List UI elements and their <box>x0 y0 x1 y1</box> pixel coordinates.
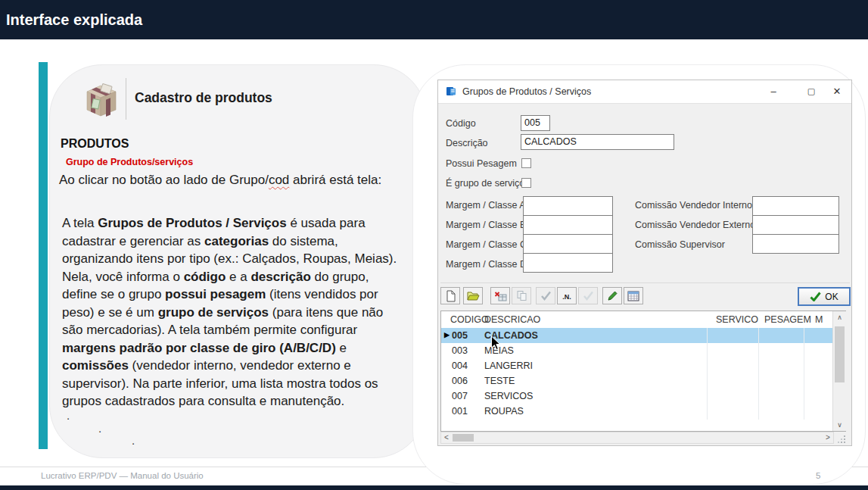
margem-c-input[interactable] <box>523 234 613 254</box>
column-separator <box>707 328 708 420</box>
new-record-button[interactable] <box>440 287 460 304</box>
ok-label: OK <box>825 292 838 302</box>
table-row[interactable]: 001ROUPAS <box>441 404 832 419</box>
package-icon <box>81 79 120 120</box>
table-row[interactable]: 004LANGERRI <box>441 358 832 373</box>
margem-d-input[interactable] <box>523 253 613 273</box>
possui-pesagem-label: Possui Pesagem <box>446 158 517 169</box>
column-separator <box>804 328 804 420</box>
edit-record-button[interactable] <box>602 287 622 304</box>
comissao-externo-input[interactable] <box>752 215 839 235</box>
grid-header-servico[interactable]: SERVICO <box>716 314 758 325</box>
close-button[interactable]: ✕ <box>826 80 848 102</box>
column-separator <box>758 328 759 420</box>
descricao-input[interactable]: CALCADOS <box>521 134 674 150</box>
revert-record-icon <box>583 291 594 301</box>
text-segment: margens padrão por classe de giro (A/B/C… <box>62 341 336 355</box>
card-title: Cadastro de produtos <box>135 90 272 106</box>
mouse-cursor-icon <box>490 336 502 354</box>
minimize-button[interactable]: – <box>762 80 785 102</box>
confirm-record-icon <box>540 291 552 301</box>
codigo-label: Código <box>446 118 476 129</box>
copy-record-button[interactable] <box>512 287 531 304</box>
revert-record-button[interactable] <box>578 287 598 304</box>
vertical-scrollbar[interactable]: ∧ ∨ <box>832 311 846 431</box>
margem-a-input[interactable] <box>523 196 613 216</box>
stray-dot: . <box>67 409 70 422</box>
comissao-externo-label: Comissão Vendedor Externo <box>635 220 755 230</box>
comissao-supervisor-label: Comissão Supervisor <box>635 239 725 250</box>
grid-header-margem-truncated[interactable]: M <box>815 314 823 325</box>
intro-paragraph: Ao clicar no botão ao lado de Grupo/cod … <box>59 171 398 189</box>
grid-header-descricao[interactable]: DESCRICAO <box>484 314 540 325</box>
svg-text:.N.: .N. <box>562 293 571 301</box>
cell-codigo: 004 <box>452 360 468 371</box>
stray-dot: . <box>98 422 101 435</box>
comissao-supervisor-input[interactable] <box>752 234 839 254</box>
cell-codigo: 006 <box>452 376 468 386</box>
groups-dialog-window: Grupos de Produtos / Serviços – ▢ ✕ Códi… <box>437 80 852 446</box>
grid-header-pesagem[interactable]: PESAGEM <box>764 314 811 325</box>
vertical-scroll-thumb[interactable] <box>835 326 845 382</box>
scroll-left-icon[interactable]: < <box>444 433 449 442</box>
delete-record-icon <box>494 291 507 301</box>
toolbar-divider <box>440 282 850 283</box>
descricao-label: Descrição <box>446 138 488 148</box>
text-segment: e <box>336 341 347 355</box>
app-icon <box>446 86 457 97</box>
codigo-input[interactable]: 005 <box>521 115 550 131</box>
ok-button[interactable]: OK <box>798 287 851 306</box>
check-icon <box>810 292 821 301</box>
page-number: 5 <box>816 471 820 480</box>
margem-d-label: Margem / Classe D <box>446 259 527 270</box>
open-record-icon <box>467 291 480 301</box>
confirm-record-button[interactable] <box>536 287 555 304</box>
resize-grip-icon[interactable] <box>836 433 847 442</box>
dialog-titlebar[interactable]: Grupos de Produtos / Serviços – ▢ ✕ <box>438 80 851 104</box>
grid-header-codigo[interactable]: CODIGO <box>450 314 489 325</box>
comissao-interno-label: Comissão Vendedor Interno <box>635 200 752 211</box>
comissao-interno-input[interactable] <box>752 196 839 216</box>
scroll-right-icon[interactable]: > <box>826 433 830 442</box>
delete-record-button[interactable] <box>490 287 510 304</box>
sub-heading: Grupo de Produtos/serviços <box>66 157 193 167</box>
text-segment: abrirá está tela: <box>289 173 381 187</box>
open-record-button[interactable] <box>463 287 483 304</box>
manual-page: Interface explicada Cadastro de produtos… <box>0 0 868 490</box>
horizontal-scrollbar[interactable]: < > <box>440 432 834 444</box>
cell-codigo: 001 <box>452 406 468 417</box>
text-segment: grupo de serviços <box>158 305 269 320</box>
decimal-n-button[interactable]: .N. <box>557 287 577 304</box>
text-segment: código <box>184 270 226 284</box>
new-record-icon <box>445 290 456 302</box>
cell-codigo: 007 <box>452 391 468 401</box>
text-segment: cod <box>269 173 289 187</box>
cell-descricao: ROUPAS <box>484 406 524 417</box>
page-title: Interface explicada <box>0 0 868 29</box>
maximize-button[interactable]: ▢ <box>800 80 823 102</box>
text-segment: descrição <box>250 270 310 284</box>
footer-text: Lucrativo ERP/PDV — Manual do Usuário <box>41 471 204 480</box>
horizontal-scroll-thumb[interactable] <box>453 434 474 442</box>
calendar-grid-button[interactable] <box>624 287 643 304</box>
scroll-up-icon[interactable]: ∧ <box>833 314 846 321</box>
margem-b-input[interactable] <box>523 215 613 235</box>
text-segment: Ao clicar no botão ao lado de Grupo/ <box>59 173 269 187</box>
table-row[interactable]: 007SERVICOS <box>441 389 832 404</box>
bottom-bar <box>0 485 868 490</box>
text-segment: A tela <box>62 216 98 230</box>
possui-pesagem-checkbox[interactable] <box>521 158 531 168</box>
decimal-n-icon: .N. <box>561 292 573 301</box>
margem-c-label: Margem / Classe C <box>446 239 527 250</box>
table-row[interactable]: 006TESTE <box>441 373 832 389</box>
accent-bar <box>39 62 48 449</box>
cell-codigo: 003 <box>452 345 468 356</box>
text-segment: Grupos de Produtos / Serviços <box>98 216 286 230</box>
dialog-title: Grupos de Produtos / Serviços <box>462 86 591 97</box>
cell-descricao: LANGERRI <box>484 360 533 371</box>
edit-record-icon <box>607 290 618 301</box>
scroll-down-icon[interactable]: ∨ <box>833 421 846 429</box>
body-paragraph: A tela Grupos de Produtos / Serviços é u… <box>62 214 403 410</box>
grupo-servicos-checkbox[interactable] <box>521 178 531 188</box>
stray-dot: . <box>132 434 135 447</box>
